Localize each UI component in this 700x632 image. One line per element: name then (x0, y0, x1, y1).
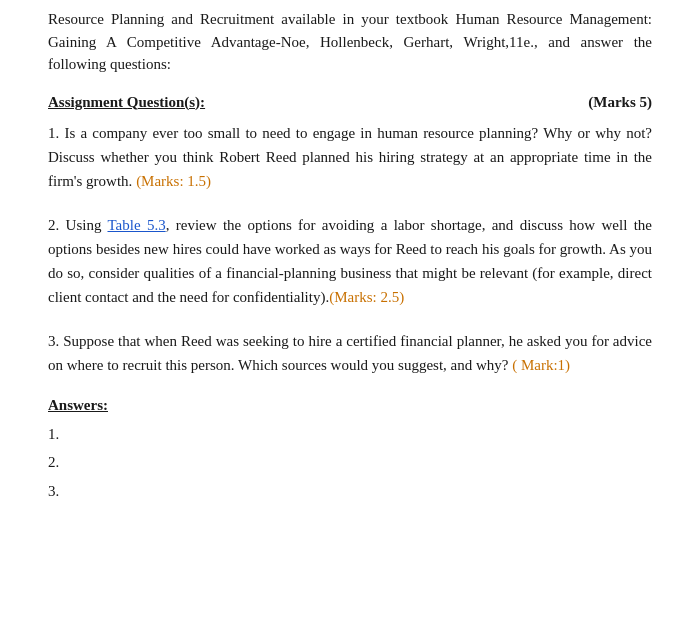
answer-item-1: 1. (48, 420, 652, 449)
q3-marks: ( Mark:1) (512, 357, 570, 373)
question-list: 1. Is a company ever too small to need t… (48, 121, 652, 377)
top-text: Resource Planning and Recruitment availa… (48, 0, 652, 76)
q3-number: 3. (48, 333, 63, 349)
section-header: Assignment Question(s): (Marks 5) (48, 94, 652, 111)
q1-number: 1. (48, 125, 64, 141)
question-item-2: 2. Using Table 5.3, review the options f… (48, 213, 652, 309)
answers-section: Answers: 1. 2. 3. (48, 397, 652, 506)
q2-number: 2. (48, 217, 66, 233)
q1-marks: (Marks: 1.5) (136, 173, 211, 189)
q2-marks: (Marks: 2.5) (329, 289, 404, 305)
table-5-3-link[interactable]: Table 5.3 (107, 217, 165, 233)
answer-item-3: 3. (48, 477, 652, 506)
assignment-title: Assignment Question(s): (48, 94, 205, 111)
answers-title: Answers: (48, 397, 652, 414)
answer-list: 1. 2. 3. (48, 420, 652, 506)
top-paragraph: Resource Planning and Recruitment availa… (48, 0, 652, 76)
marks-label: (Marks 5) (588, 94, 652, 111)
question-item-3: 3. Suppose that when Reed was seeking to… (48, 329, 652, 377)
question-item-1: 1. Is a company ever too small to need t… (48, 121, 652, 193)
answer-item-2: 2. (48, 448, 652, 477)
